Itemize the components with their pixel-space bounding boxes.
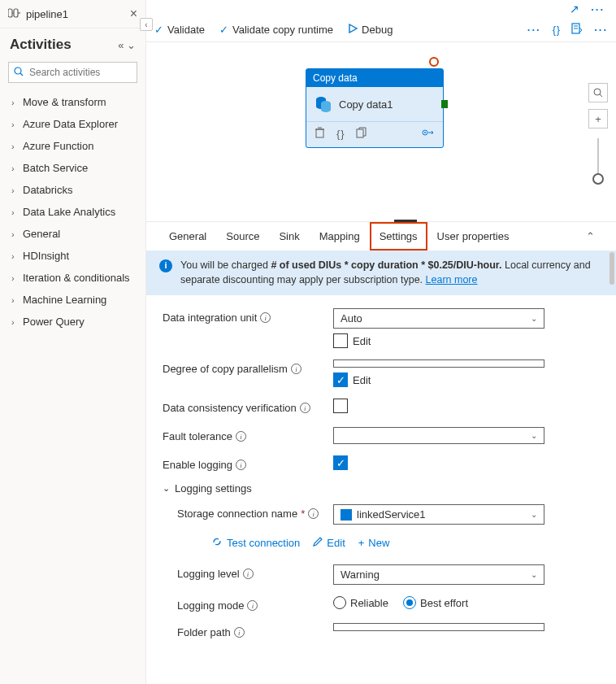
canvas-tools: + xyxy=(588,83,608,182)
search-input[interactable] xyxy=(28,65,153,80)
svg-point-18 xyxy=(594,89,601,95)
zoom-fit-icon[interactable] xyxy=(588,83,608,102)
svg-line-19 xyxy=(600,94,602,97)
tab-user-properties[interactable]: User properties xyxy=(427,222,519,251)
parallelism-edit-checkbox[interactable]: ✓ xyxy=(333,372,348,387)
zoom-slider-knob[interactable] xyxy=(592,173,604,185)
info-tooltip-icon[interactable]: i xyxy=(234,627,245,638)
tab-sink[interactable]: Sink xyxy=(269,222,309,251)
check-icon: ✓ xyxy=(154,24,163,36)
scrollbar[interactable] xyxy=(609,252,614,285)
svg-rect-0 xyxy=(8,9,12,17)
linked-service-icon xyxy=(341,509,352,521)
pricing-banner: i You will be charged # of used DIUs * c… xyxy=(146,251,616,295)
sidebar: pipeline1 × Activities « ⌄ ›Move & trans… xyxy=(0,0,146,684)
delete-icon[interactable] xyxy=(315,127,325,141)
info-tooltip-icon[interactable]: i xyxy=(291,364,301,374)
category-databricks[interactable]: ›Databricks xyxy=(0,179,145,201)
fault-tolerance-select[interactable]: ⌄ xyxy=(333,427,544,444)
svg-line-5 xyxy=(20,73,23,76)
zoom-in-icon[interactable]: + xyxy=(588,109,608,129)
mapping-icon[interactable] xyxy=(422,128,435,140)
logging-mode-reliable-radio[interactable]: Reliable xyxy=(333,596,388,609)
toolbar-more-2-icon[interactable]: ··· xyxy=(594,24,608,36)
logging-level-select[interactable]: Warning⌄ xyxy=(333,564,544,585)
chevron-down-icon: ⌄ xyxy=(531,431,537,440)
connection-icon xyxy=(211,536,223,550)
toolbar-more-icon[interactable]: ··· xyxy=(527,24,541,36)
activities-search[interactable] xyxy=(8,62,137,83)
category-general[interactable]: ›General xyxy=(0,223,145,245)
tab-title: pipeline1 xyxy=(26,8,130,20)
debug-button[interactable]: Debug xyxy=(348,24,393,36)
info-tooltip-icon[interactable]: i xyxy=(236,460,246,470)
info-tooltip-icon[interactable]: i xyxy=(236,431,246,442)
pipeline-canvas[interactable]: Copy data Copy data1 { } xyxy=(146,42,616,221)
close-icon[interactable]: × xyxy=(130,7,137,21)
tab-settings[interactable]: Settings xyxy=(370,222,427,251)
info-tooltip-icon[interactable]: i xyxy=(260,312,271,323)
svg-rect-1 xyxy=(14,9,18,17)
chevron-down-icon: ⌄ xyxy=(531,314,537,323)
expand-icon[interactable]: ↗ xyxy=(570,2,579,15)
clone-icon[interactable] xyxy=(356,127,367,141)
zoom-slider[interactable] xyxy=(597,138,599,179)
node-type: Copy data xyxy=(306,69,443,87)
info-tooltip-icon[interactable]: i xyxy=(243,569,254,579)
validation-error-indicator[interactable] xyxy=(429,57,439,67)
node-actions: { } xyxy=(306,121,443,147)
info-icon: i xyxy=(159,259,172,272)
svg-rect-11 xyxy=(316,129,323,137)
category-batch-service[interactable]: ›Batch Service xyxy=(0,157,145,179)
category-machine-learning[interactable]: ›Machine Learning xyxy=(0,289,145,311)
window-controls: ↗ ··· xyxy=(146,0,616,18)
parallelism-input[interactable] xyxy=(333,359,544,368)
test-connection-button[interactable]: Test connection xyxy=(211,536,300,550)
output-connector[interactable] xyxy=(441,100,448,108)
tab-general[interactable]: General xyxy=(159,222,216,251)
category-azure-function[interactable]: ›Azure Function xyxy=(0,135,145,157)
folder-path-input[interactable] xyxy=(333,623,544,631)
validate-copy-runtime-button[interactable]: ✓ Validate copy runtime xyxy=(219,24,333,36)
edit-linked-service-button[interactable]: Edit xyxy=(313,537,345,549)
tab-mapping[interactable]: Mapping xyxy=(310,222,370,251)
svg-rect-14 xyxy=(357,129,363,137)
storage-connection-select[interactable]: linkedService1⌄ xyxy=(333,504,544,525)
logging-mode-best-effort-radio[interactable]: Best effort xyxy=(403,596,468,609)
learn-more-link[interactable]: Learn more xyxy=(426,274,478,285)
activities-header: Activities « ⌄ xyxy=(0,28,145,57)
parallelism-label: Degree of copy parallelismi xyxy=(163,359,333,375)
collapse-all-icon[interactable]: « ⌄ xyxy=(118,39,136,51)
data-consistency-checkbox[interactable] xyxy=(333,399,348,413)
validate-button[interactable]: ✓ Validate xyxy=(154,24,205,36)
diu-edit-checkbox[interactable] xyxy=(333,333,348,348)
category-power-query[interactable]: ›Power Query xyxy=(0,311,145,333)
storage-connection-label: Storage connection name *i xyxy=(177,504,333,520)
code-braces-icon[interactable]: { } xyxy=(553,24,561,36)
panel-collapse-toggle[interactable]: ⌃ xyxy=(578,222,603,251)
info-tooltip-icon[interactable]: i xyxy=(300,403,310,413)
category-data-lake-analytics[interactable]: ›Data Lake Analytics xyxy=(0,201,145,223)
diu-select[interactable]: Auto⌄ xyxy=(333,308,544,329)
category-move-transform[interactable]: ›Move & transform xyxy=(0,91,145,113)
edit-icon xyxy=(313,537,323,549)
more-menu-icon[interactable]: ··· xyxy=(591,3,605,15)
category-azure-data-explorer[interactable]: ›Azure Data Explorer xyxy=(0,113,145,135)
sidebar-collapse-toggle[interactable]: ‹ xyxy=(140,18,153,31)
copy-data-node[interactable]: Copy data Copy data1 { } xyxy=(306,68,444,148)
logging-settings-toggle[interactable]: ⌄ Logging settings xyxy=(163,482,600,494)
new-linked-service-button[interactable]: + New xyxy=(358,537,390,549)
pipeline-tab[interactable]: pipeline1 × xyxy=(0,0,145,28)
category-hdinsight[interactable]: ›HDInsight xyxy=(0,245,145,267)
category-iteration-conditionals[interactable]: ›Iteration & conditionals xyxy=(0,267,145,289)
enable-logging-checkbox[interactable]: ✓ xyxy=(333,455,348,470)
properties-icon[interactable] xyxy=(571,23,583,37)
logging-level-label: Logging leveli xyxy=(177,564,333,580)
tab-source[interactable]: Source xyxy=(216,222,269,251)
code-icon[interactable]: { } xyxy=(336,128,345,140)
data-consistency-label: Data consistency verificationi xyxy=(163,399,333,414)
info-tooltip-icon[interactable]: i xyxy=(308,508,319,519)
pipeline-toolbar: ✓ Validate ✓ Validate copy runtime Debug… xyxy=(146,18,616,42)
check-icon: ✓ xyxy=(219,24,228,36)
info-tooltip-icon[interactable]: i xyxy=(247,600,258,611)
